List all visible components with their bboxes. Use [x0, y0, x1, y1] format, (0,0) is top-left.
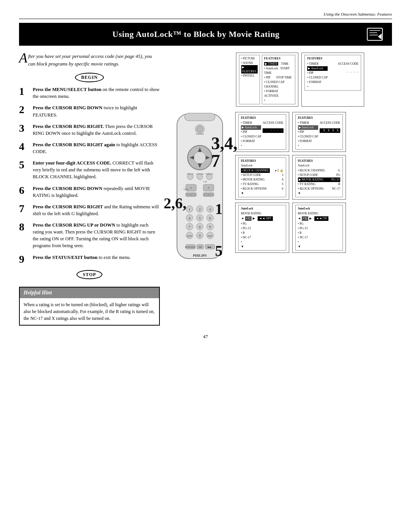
step-num-2: 2	[19, 104, 30, 115]
screens-row-rating: AutoLock MOVIE RATING ◄ • G ▶ ◄◄ OFF • P…	[235, 203, 346, 253]
svg-text:1: 1	[189, 208, 191, 211]
svg-text:6: 6	[209, 216, 211, 220]
step-num-5: 5	[19, 160, 30, 170]
svg-text:▶▶: ▶▶	[208, 246, 212, 248]
svg-text:4: 4	[189, 216, 191, 220]
step-2: 2 Press the CURSOR RING DOWN twice to hi…	[19, 104, 160, 118]
screens-right-stack: FEATURES • TIMER ▶ AutoLock • PIP • CLOS…	[235, 112, 346, 278]
drop-cap: A	[19, 53, 27, 64]
step-text-9: Press the STATUS/EXIT button to exit the…	[33, 254, 131, 261]
svg-rect-5	[185, 113, 215, 121]
svg-text:+: +	[190, 186, 192, 190]
svg-text:9: 9	[209, 225, 211, 229]
step-8: 8 Press the CURSOR RING UP or DOWN to hi…	[19, 222, 160, 249]
page-header: Using the Onscreen Submenus: Features	[19, 11, 392, 19]
left-column: After you have set your personal access …	[19, 53, 160, 326]
svg-text:-: -	[191, 193, 192, 197]
svg-text:ANT: ANT	[187, 235, 193, 238]
page-number: 47	[19, 333, 392, 340]
svg-text:7: 7	[189, 225, 191, 229]
right-column: • PICTURE • SOUND ▶ FEATURES • INSTALL F…	[171, 53, 392, 326]
steps-list: 1 Press the MENU/SELECT button on the re…	[19, 86, 160, 264]
stop-oval: STOP	[76, 270, 102, 280]
screens-row-bot: FEATURES AutoLock • BLOCK CHANNEL ● 2 🔒 …	[235, 155, 346, 200]
svg-text:VOL: VOL	[183, 188, 189, 191]
svg-text:8: 8	[199, 225, 201, 229]
big-number-bottom-left: 2,6,	[164, 196, 186, 211]
screen-tr-title: FEATURES	[307, 56, 358, 61]
step-text-8: Press the CURSOR RING UP or DOWN to high…	[33, 222, 160, 249]
screens-row-mid: FEATURES • TIMER ▶ AutoLock • PIP • CLOS…	[235, 112, 346, 152]
big-number-top: 3,4,7	[211, 135, 237, 170]
big-number-5: 5	[215, 243, 223, 259]
step-num-3: 3	[19, 123, 30, 134]
screen-mid-left: FEATURES • TIMER ▶ AutoLock • PIP • CLOS…	[235, 112, 289, 152]
step-5: 5 Enter your four-digit ACCESS CODE. COR…	[19, 160, 160, 180]
svg-rect-0	[367, 28, 382, 40]
screen-mid-right: FEATURES • TIMER ▶ AutoLock • PIP • CLOS…	[292, 112, 346, 152]
svg-text:POWER: POWER	[196, 133, 204, 135]
svg-text:PIP: PIP	[199, 246, 202, 248]
step-9: 9 Press the STATUS/EXIT button to exit t…	[19, 254, 160, 265]
screen-tl-title: FEATURES	[264, 56, 293, 61]
page-title: Using AutoLock™ to Block by Movie Rating	[27, 29, 365, 40]
step-num-6: 6	[19, 185, 30, 196]
step-num-4: 4	[19, 141, 30, 152]
screen-rating-right: AutoLock MOVIE RATING ◄ • G ▶ ◄◄ ON • PG	[292, 203, 346, 253]
svg-text:FREEZE: FREEZE	[206, 173, 213, 175]
remote-and-screens-row: + + - - VOL CH 1 2 3 4	[171, 112, 346, 278]
svg-text:0: 0	[199, 234, 201, 238]
helpful-hint-title: Helpful Hint	[20, 288, 159, 298]
title-icon	[365, 27, 384, 42]
svg-text:+: +	[207, 186, 210, 190]
stop-label: STOP	[19, 270, 160, 280]
screen-bot-left: FEATURES AutoLock • BLOCK CHANNEL ● 2 🔒 …	[235, 155, 289, 200]
step-text-2: Press the CURSOR RING DOWN twice to high…	[33, 104, 160, 118]
screen-top-right: FEATURES • TIMER ▶ AutoLock • PIP • CLOS…	[301, 53, 364, 106]
svg-text:OFF: OFF	[208, 235, 213, 238]
step-num-9: 9	[19, 254, 30, 265]
step-text-6: Press the CURSOR RING DOWN repeatedly un…	[33, 185, 160, 199]
screens-row-top: • PICTURE • SOUND ▶ FEATURES • INSTALL F…	[236, 53, 364, 106]
step-7: 7 Press the CURSOR RING RIGHT and the Ra…	[19, 203, 160, 217]
step-1: 1 Press the MENU/SELECT button on the re…	[19, 86, 160, 100]
step-4: 4 Press the CURSOR RING RIGHT again to h…	[19, 141, 160, 155]
remote-container: + + - - VOL CH 1 2 3 4	[171, 112, 232, 278]
svg-text:5: 5	[199, 216, 201, 220]
svg-text:PIP CH: PIP CH	[187, 173, 194, 175]
helpful-hint-body: When a rating is set to be turned on (bl…	[20, 298, 159, 325]
svg-text:PHILIPS: PHILIPS	[193, 254, 207, 257]
step-3: 3 Press the CURSOR RING RIGHT. Then pres…	[19, 123, 160, 137]
step-text-5: Enter your four-digit ACCESS CODE. CORRE…	[33, 160, 160, 180]
intro-text: After you have set your personal access …	[19, 53, 160, 67]
step-6: 6 Press the CURSOR RING DOWN repeatedly …	[19, 185, 160, 199]
svg-text:-: -	[208, 193, 209, 197]
big-number-bottom-right: 1	[215, 201, 223, 217]
svg-point-9	[194, 152, 206, 164]
step-text-4: Press the CURSOR RING RIGHT again to hig…	[33, 141, 160, 155]
screen-top-left: • PICTURE • SOUND ▶ FEATURES • INSTALL F…	[236, 53, 298, 106]
step-text-7: Press the CURSOR RING RIGHT and the Rati…	[33, 203, 160, 217]
svg-text:POSITION: POSITION	[185, 246, 196, 248]
screen-rating-left: AutoLock MOVIE RATING ◄ • G ▶ ◄◄ OFF • P…	[235, 203, 289, 253]
svg-text:2: 2	[199, 208, 201, 211]
begin-oval: BEGIN	[75, 73, 104, 82]
svg-point-7	[197, 126, 203, 132]
step-num-7: 7	[19, 203, 30, 214]
svg-text:3: 3	[209, 208, 211, 211]
step-num-8: 8	[19, 222, 30, 232]
helpful-hint-box: Helpful Hint When a rating is set to be …	[19, 287, 160, 326]
step-text-3: Press the CURSOR RING RIGHT. Then press …	[33, 123, 160, 137]
screen-bot-right: FEATURES AutoLock • BLOCK CHANNELG • SET…	[292, 155, 346, 200]
title-box: Using AutoLock™ to Block by Movie Rating	[19, 23, 392, 46]
svg-text:CH: CH	[203, 180, 207, 183]
svg-text:ACTION: ACTION	[196, 173, 204, 175]
step-num-1: 1	[19, 86, 30, 97]
step-text-1: Press the MENU/SELECT button on the remo…	[33, 86, 160, 100]
begin-label: BEGIN	[19, 73, 160, 82]
